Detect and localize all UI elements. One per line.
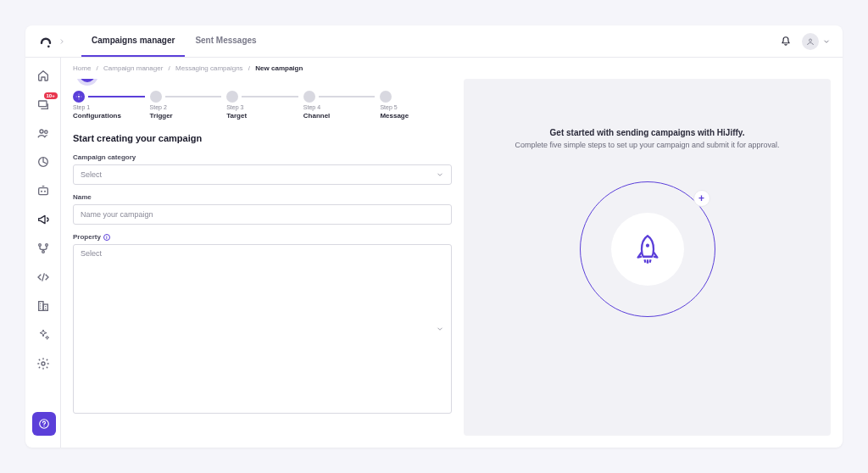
svg-rect-12 <box>38 302 42 311</box>
name-input[interactable] <box>73 204 452 225</box>
help-button[interactable] <box>32 412 56 436</box>
chevron-down-icon <box>436 170 444 179</box>
panels: Step 1 Configurations Step 2 Trigger Ste… <box>61 79 843 448</box>
breadcrumb-separator: / <box>169 64 170 72</box>
step-number: Step 2 <box>150 104 222 110</box>
field-name: Name <box>73 193 452 225</box>
svg-point-4 <box>44 131 47 133</box>
breadcrumb-separator: / <box>97 64 98 72</box>
avatar <box>802 33 819 50</box>
svg-point-8 <box>44 191 46 192</box>
svg-point-1 <box>810 39 812 42</box>
step-number: Step 1 <box>73 104 145 110</box>
nav-settings[interactable] <box>36 356 51 371</box>
field-label: Campaign category <box>73 153 452 161</box>
chevron-down-icon <box>436 325 444 333</box>
main: Home / Campaign manager / Messaging camp… <box>61 58 843 448</box>
bell-icon[interactable] <box>780 36 792 47</box>
nav-properties[interactable] <box>36 298 51 314</box>
step-channel[interactable]: Step 4 Channel <box>303 91 376 120</box>
step-label: Target <box>226 112 298 120</box>
nav-inbox[interactable]: 10+ <box>36 97 51 112</box>
app-window: Campaigns manager Sent Messages <box>25 25 843 448</box>
rocket-icon <box>630 231 665 267</box>
svg-point-7 <box>41 191 42 192</box>
select-placeholder: Select <box>81 170 102 179</box>
field-property: Property i Select <box>73 233 452 414</box>
step-number: Step 4 <box>303 104 376 110</box>
svg-point-16 <box>645 244 648 248</box>
svg-point-9 <box>38 244 41 247</box>
svg-point-0 <box>47 45 50 47</box>
right-panel: Get started with sending campaigns with … <box>464 79 831 436</box>
field-label: Name <box>73 193 452 201</box>
step-number: Step 5 <box>380 104 452 110</box>
svg-rect-13 <box>43 304 47 310</box>
crumb-campaign-manager[interactable]: Campaign manager <box>103 64 163 72</box>
nav-ai[interactable] <box>36 327 51 342</box>
tab-label: Campaigns manager <box>92 36 175 45</box>
step-circle-icon <box>303 91 315 103</box>
step-line <box>88 96 145 97</box>
crumb-new-campaign: New campaign <box>255 64 303 72</box>
svg-point-15 <box>78 96 80 97</box>
topbar-right <box>780 33 831 50</box>
chevron-right-icon <box>58 37 66 46</box>
field-label: Property i <box>73 233 452 241</box>
nav-branches[interactable] <box>36 241 51 256</box>
svg-point-11 <box>42 251 44 253</box>
step-label: Channel <box>303 112 376 120</box>
rocket-circle <box>611 213 684 286</box>
step-line <box>319 96 376 97</box>
category-select[interactable]: Select <box>73 164 452 185</box>
nav-developer[interactable] <box>36 270 51 285</box>
step-label: Configurations <box>73 112 145 120</box>
step-circle-icon <box>73 91 85 103</box>
promo-subtitle: Complete five simple steps to set up you… <box>515 141 779 149</box>
step-target[interactable]: Step 3 Target <box>226 91 298 120</box>
step-circle-icon <box>380 91 392 103</box>
topbar-tabs: Campaigns manager Sent Messages <box>81 25 267 57</box>
step-label: Message <box>380 112 452 120</box>
property-select[interactable]: Select <box>73 244 452 414</box>
nav-automation[interactable] <box>36 183 51 198</box>
step-configurations[interactable]: Step 1 Configurations <box>73 91 145 120</box>
step-line <box>242 96 298 97</box>
sidenav: 10+ <box>25 58 61 448</box>
select-placeholder: Select <box>81 249 102 258</box>
body-area: 10+ <box>25 58 843 448</box>
tab-label: Sent Messages <box>195 36 256 45</box>
field-label-text: Property <box>73 233 101 241</box>
left-panel: Step 1 Configurations Step 2 Trigger Ste… <box>73 79 452 436</box>
stepper: Step 1 Configurations Step 2 Trigger Ste… <box>73 79 452 120</box>
breadcrumb-separator: / <box>248 64 250 72</box>
user-menu[interactable] <box>802 33 831 50</box>
step-message[interactable]: Step 5 Message <box>380 91 452 120</box>
field-category: Campaign category Select <box>73 153 452 185</box>
step-circle-icon <box>226 91 238 103</box>
step-trigger[interactable]: Step 2 Trigger <box>150 91 222 120</box>
svg-point-10 <box>45 244 47 247</box>
orbit-illustration: + <box>580 181 715 317</box>
step-circle-icon <box>150 91 162 103</box>
breadcrumb: Home / Campaign manager / Messaging camp… <box>61 58 843 79</box>
nav-contacts[interactable] <box>36 125 51 141</box>
form-title: Start creating your campaign <box>73 133 452 143</box>
logo <box>37 33 54 50</box>
promo-title: Get started with sending campaigns with … <box>550 128 745 137</box>
tab-campaigns-manager[interactable]: Campaigns manager <box>81 25 185 57</box>
crumb-messaging-campaigns[interactable]: Messaging campaigns <box>175 64 243 72</box>
nav-campaigns[interactable] <box>36 212 51 227</box>
tab-sent-messages[interactable]: Sent Messages <box>185 25 266 57</box>
plus-icon: + <box>693 190 710 207</box>
nav-analytics[interactable] <box>36 154 51 170</box>
nav-home[interactable] <box>36 68 51 83</box>
chevron-down-icon <box>822 37 831 46</box>
svg-rect-2 <box>38 101 46 107</box>
crumb-home[interactable]: Home <box>73 64 91 72</box>
notification-badge: 10+ <box>44 92 58 99</box>
step-line <box>165 96 222 97</box>
svg-point-14 <box>42 362 45 365</box>
svg-rect-6 <box>38 188 47 195</box>
info-icon[interactable]: i <box>103 234 110 241</box>
